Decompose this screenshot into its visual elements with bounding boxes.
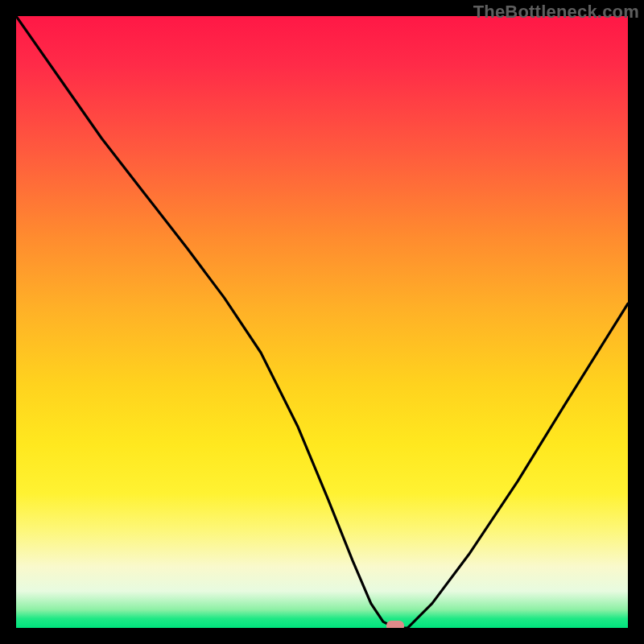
optimal-marker xyxy=(386,621,404,628)
watermark-text: TheBottleneck.com xyxy=(473,2,639,23)
chart-frame: TheBottleneck.com xyxy=(0,0,644,644)
plot-area xyxy=(16,16,628,628)
curve-svg xyxy=(16,16,628,628)
bottleneck-curve xyxy=(16,16,628,628)
